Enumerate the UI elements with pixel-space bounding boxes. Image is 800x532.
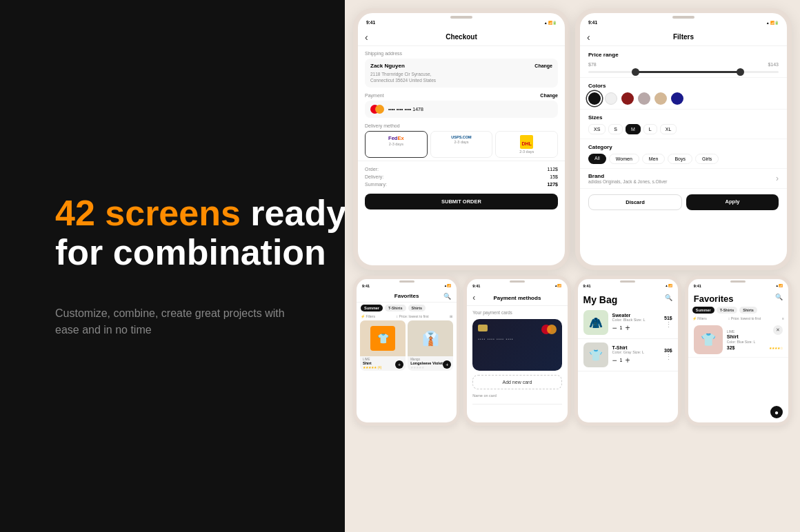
price-sec-title: Price range (588, 52, 779, 58)
checkout-network: ▲ 📶🔋 (544, 21, 557, 25)
name-input-b[interactable] (472, 399, 561, 405)
cat-men-main[interactable]: Men (642, 154, 666, 164)
summary-val: 127$ (547, 182, 558, 187)
name-field-b: Name on card (472, 393, 561, 405)
cat-girls-main[interactable]: Girls (695, 154, 719, 164)
qty-plus2-b[interactable]: + (625, 356, 630, 365)
fav-time-b: 9:41 (362, 284, 370, 288)
qty-minus1-b[interactable]: − (612, 323, 617, 333)
add-card-btn-b[interactable]: Add new card (472, 375, 561, 389)
fav2-close1-b[interactable]: ✕ (773, 325, 783, 335)
size-l-main[interactable]: L (643, 124, 657, 134)
payment-sec-main: Payment Change •••• •••• •••• 1478 (358, 90, 565, 121)
fav-filters-b[interactable]: ⚡ Filters (361, 314, 375, 318)
sizes-title-main: Sizes (588, 114, 779, 121)
filters-body: ‹ Filters Price range $78 $143 (580, 28, 787, 265)
qty-minus2-b[interactable]: − (612, 356, 617, 365)
bag-more2-b[interactable]: ⋮ (664, 353, 672, 362)
fedex-opt[interactable]: FedEx 2-3 days (365, 131, 428, 158)
size-xs-main[interactable]: XS (588, 124, 606, 134)
bag-statusbar-b: 9:41 ▲📶 (578, 279, 678, 290)
color-black-main[interactable] (588, 92, 601, 105)
color-navy-main[interactable] (671, 92, 683, 105)
size-s-main[interactable]: S (608, 124, 623, 134)
dhl-opt[interactable]: DHL 2-3 days (495, 131, 558, 158)
fav2-color1-b: Color: Blue Size: L (727, 340, 783, 344)
fav2-net-b: ▲📶 (776, 284, 783, 287)
fav-sort-b[interactable]: ↕ Price: lowest to first (397, 314, 429, 318)
pay-title-b: Payment methods (493, 295, 541, 301)
slider-right-thumb[interactable] (737, 68, 744, 76)
cat-grid-main: All Women Men Boys Girls (588, 154, 779, 164)
fav2-tag-summer-b[interactable]: Summer (692, 307, 714, 314)
usps-opt[interactable]: USPS.COM 2-3 days (430, 131, 493, 158)
fav-img1-b: 👕 (360, 320, 406, 356)
bag-more1-b[interactable]: ⋮ (664, 320, 672, 329)
fav2-filters-b[interactable]: ⚡ Filters (692, 316, 707, 320)
apply-btn-main[interactable]: Apply (686, 194, 779, 210)
fav2-img1-b: 👕 (694, 325, 723, 354)
checkout-back-btn[interactable]: ‹ (365, 32, 368, 43)
color-red-main[interactable] (621, 92, 634, 105)
size-m-main[interactable]: M (626, 124, 641, 134)
fav2-search-b[interactable]: 🔍 (775, 294, 783, 300)
price-range-disp: $78 $143 (588, 62, 779, 67)
fav-view-b[interactable]: ⊞ (450, 314, 452, 318)
fav-item1-b[interactable]: 👕 LIME Shirt ★★★★★ (4) + (360, 320, 406, 371)
pay-content-b: Your payment cards •••• •••• •••• •••• A… (467, 306, 567, 409)
qty-plus1-b[interactable]: + (625, 323, 630, 333)
shipping-addr-section: Shipping address Zack Nguyen Change 2118… (358, 46, 565, 90)
dhl-days-main: 2-3 days (498, 150, 555, 154)
filters-pill (672, 16, 694, 19)
brand-info-main: Brand adidas Originals, Jack & Jones, s.… (588, 173, 668, 184)
filters-network: ▲ 📶🔋 (766, 21, 779, 25)
fav-phone-bottom: 9:41 ▲📶 Favorites 🔍 Summer T-Shirts Shir… (353, 276, 460, 426)
slider-track-main[interactable] (588, 71, 779, 73)
card-chip-b (478, 325, 488, 331)
price-sec: Price range $78 $143 (580, 46, 787, 78)
cat-women-main[interactable]: Women (609, 154, 639, 164)
shipping-address-main: 2118 Thornridge Cir Syracuse,Connecticut… (370, 71, 552, 83)
fav2-bottom1-b: 32$ ★★★★☆ (727, 345, 783, 350)
size-xl-main[interactable]: XL (660, 124, 677, 134)
bag-search-b[interactable]: 🔍 (665, 294, 672, 301)
fav-grid-b: 👕 LIME Shirt ★★★★★ (4) + 👔 (357, 320, 457, 371)
fav-tag-summer-b[interactable]: Summer (361, 305, 383, 311)
fav2-cart-btn-b[interactable]: ● (770, 406, 783, 418)
color-tan-main[interactable] (654, 92, 667, 105)
checkout-phone-main: 9:41 ▲ 📶🔋 ‹ Checkout Shipping address Za… (353, 8, 570, 270)
cat-boys-main[interactable]: Boys (668, 154, 692, 164)
order-val: 112$ (547, 167, 558, 172)
filters-back-main[interactable]: ‹ (587, 32, 590, 43)
slider-left-thumb[interactable] (632, 68, 639, 76)
fav2-sort-b[interactable]: ↕ Price: lowest to first (728, 316, 761, 320)
color-mauve-main[interactable] (638, 92, 650, 105)
discard-btn-main[interactable]: Discard (588, 194, 682, 210)
change-shipping-main[interactable]: Change (534, 63, 552, 68)
delivery-fee-val: 15$ (550, 174, 558, 179)
bag-time-b: 9:41 (583, 284, 591, 288)
fav-search-b[interactable]: 🔍 (443, 293, 451, 300)
bag-sub2-b: Color: Gray Size: L (612, 350, 661, 354)
fav-item2-b[interactable]: 👔 Mango Longsleeve Violeta ★★★★★ + (408, 320, 453, 371)
name-label-b: Name on card (472, 393, 561, 398)
fav2-tag-tshirts-b[interactable]: T-Shirts (717, 307, 737, 314)
fav-pill-b (399, 280, 414, 283)
submit-order-btn-main[interactable]: SUBMIT ORDER (365, 194, 558, 209)
cat-all-main[interactable]: All (588, 154, 606, 164)
bag-hdr-b: My Bag 🔍 (578, 290, 678, 307)
hero-subtitle: Customize, combine, create great project… (55, 305, 290, 338)
fav2-view-b[interactable]: ≡ (782, 316, 784, 320)
hero-white2: for combination (55, 233, 372, 272)
fav2-tag-shirts-b[interactable]: Shirts (739, 307, 757, 314)
change-payment-main[interactable]: Change (540, 93, 558, 98)
bag-pill-b (620, 280, 635, 283)
hero-white1: ready (241, 193, 346, 233)
brand-sec[interactable]: Brand adidas Originals, Jack & Jones, s.… (580, 169, 787, 189)
fav-tag-tshirts-b[interactable]: T-Shirts (385, 305, 406, 311)
delivery-opts-main: FedEx 2-3 days USPS.COM 2-3 days DHL 2-3… (365, 131, 558, 158)
fav2-body-b: Favorites 🔍 Summer T-Shirts Shirts ⚡ Fil… (688, 290, 788, 422)
pay-back-b[interactable]: ‹ (472, 293, 475, 303)
fav-tag-shirts-b[interactable]: Shirts (408, 305, 426, 311)
color-white-main[interactable] (605, 92, 617, 105)
